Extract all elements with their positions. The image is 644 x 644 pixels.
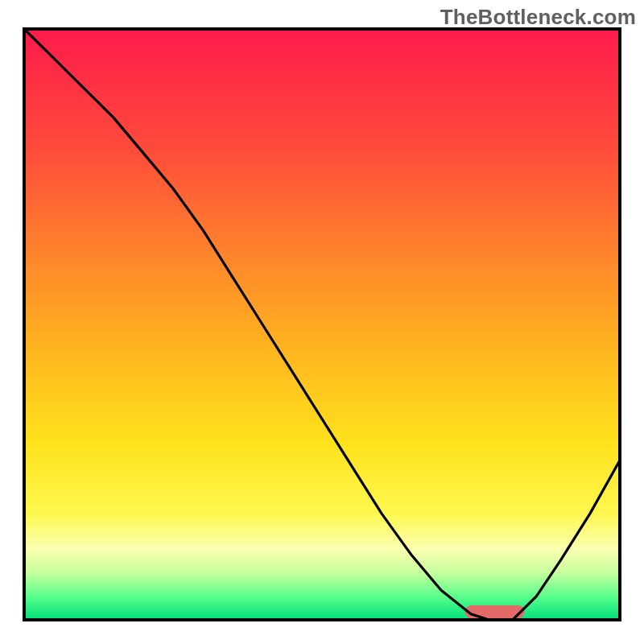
chart-svg	[0, 0, 644, 644]
chart-container: TheBottleneck.com	[0, 0, 644, 644]
watermark-label: TheBottleneck.com	[440, 5, 636, 30]
plot-area	[24, 29, 620, 620]
